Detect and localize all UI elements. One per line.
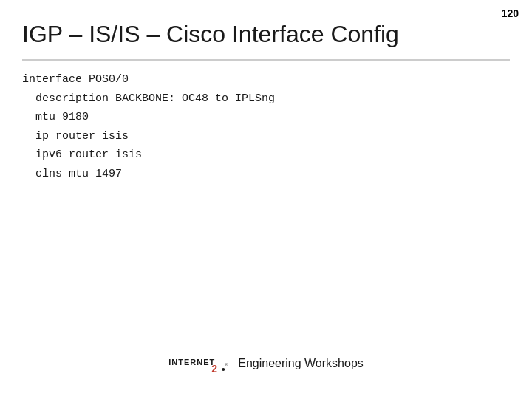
code-line-1: interface POS0/0	[22, 70, 275, 89]
code-line-4: ip router isis	[22, 127, 275, 146]
internet2-logo: INTERNET 2 ®	[168, 349, 228, 378]
code-line-5: ipv6 router isis	[22, 146, 275, 165]
page-title: IGP – IS/IS – Cisco Interface Config	[22, 21, 399, 48]
svg-point-2	[222, 368, 225, 371]
code-line-3: mtu 9180	[22, 108, 275, 127]
footer-text: Engineering Workshops	[238, 357, 364, 370]
code-line-2: description BACKBONE: OC48 to IPLSng	[22, 89, 275, 109]
svg-text:2: 2	[211, 363, 217, 375]
title-divider	[22, 59, 510, 61]
page-number: 120	[502, 7, 519, 19]
code-line-6: clns mtu 1497	[22, 165, 275, 184]
svg-text:®: ®	[225, 363, 228, 367]
code-block: interface POS0/0 description BACKBONE: O…	[22, 70, 275, 183]
footer: INTERNET 2 ® Engineering Workshops	[168, 349, 364, 378]
svg-text:INTERNET: INTERNET	[168, 358, 215, 366]
